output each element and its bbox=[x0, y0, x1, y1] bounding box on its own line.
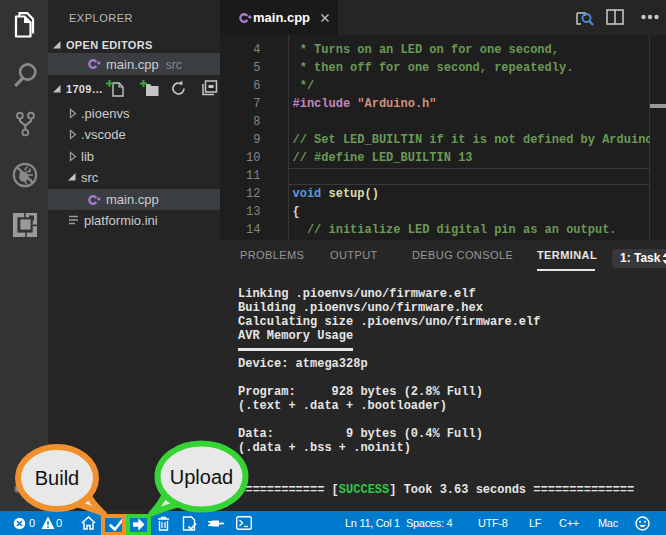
svg-text:Build: Build bbox=[35, 467, 79, 489]
svg-text:Upload: Upload bbox=[170, 466, 233, 488]
